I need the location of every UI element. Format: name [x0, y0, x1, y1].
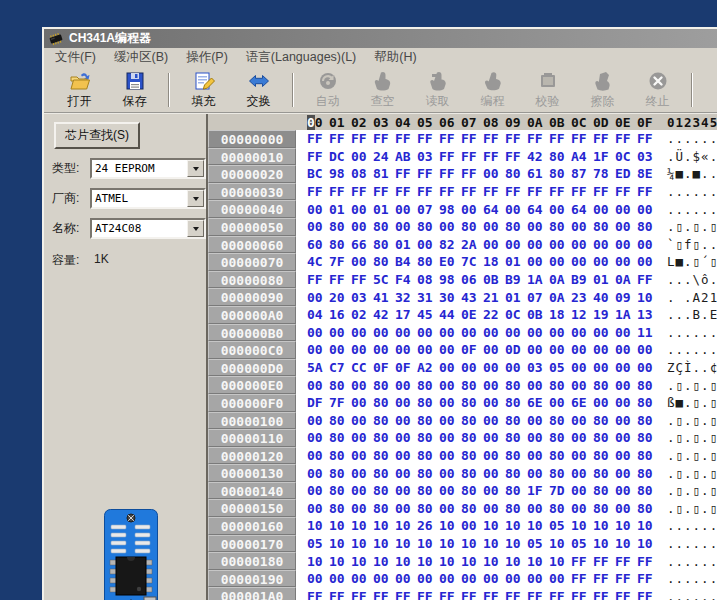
hex-byte-cell[interactable]: 00 [571, 448, 593, 463]
hex-byte-cell[interactable]: 00 [615, 413, 637, 428]
hex-byte-cell[interactable]: 10 [373, 518, 395, 533]
hex-byte-cell[interactable]: 00 [395, 430, 417, 445]
hex-byte-cell[interactable]: 64 [527, 202, 549, 217]
hex-byte-cell[interactable]: 00 [351, 378, 373, 393]
hex-byte-cell[interactable]: 00 [637, 237, 659, 252]
hex-byte-cell[interactable]: A4 [571, 149, 593, 164]
hex-byte-cell[interactable]: FF [351, 131, 373, 146]
hex-byte-cell[interactable]: FF [593, 589, 615, 600]
hex-byte-cell[interactable]: 81 [373, 166, 395, 181]
hex-byte-cell[interactable]: 80 [549, 149, 571, 164]
hex-byte-cell[interactable]: FF [593, 554, 615, 569]
hex-byte-cell[interactable]: 00 [615, 325, 637, 340]
hex-byte-cell[interactable]: 80 [417, 395, 439, 410]
hex-byte-cell[interactable]: 80 [417, 466, 439, 481]
hex-byte-cell[interactable]: 00 [417, 325, 439, 340]
hex-byte-cell[interactable]: FF [307, 184, 329, 199]
hex-byte-cell[interactable]: 0F [373, 360, 395, 375]
hex-byte-cell[interactable]: 80 [417, 448, 439, 463]
hex-byte-cell[interactable]: FF [637, 589, 659, 600]
hex-byte-cell[interactable]: FF [329, 589, 351, 600]
hex-byte-cell[interactable]: 80 [373, 237, 395, 252]
hex-byte-cell[interactable]: 44 [439, 307, 461, 322]
hex-byte-cell[interactable]: FF [549, 184, 571, 199]
hex-byte-cell[interactable]: 10 [373, 536, 395, 551]
hex-byte-cell[interactable]: 00 [351, 501, 373, 516]
hex-byte-cell[interactable]: 80 [593, 483, 615, 498]
hex-byte-cell[interactable]: 80 [417, 501, 439, 516]
hex-byte-cell[interactable]: 00 [571, 378, 593, 393]
hex-byte-cell[interactable]: 13 [637, 307, 659, 322]
hex-byte-cell[interactable]: FF [637, 131, 659, 146]
hex-byte-cell[interactable]: FF [417, 184, 439, 199]
hex-byte-cell[interactable]: 00 [615, 237, 637, 252]
hex-byte-cell[interactable]: FF [527, 589, 549, 600]
hex-byte-cell[interactable]: FF [505, 131, 527, 146]
hex-byte-cell[interactable]: 80 [373, 378, 395, 393]
hex-byte-cell[interactable]: 10 [505, 554, 527, 569]
hex-byte-cell[interactable]: FF [505, 184, 527, 199]
hex-byte-cell[interactable]: 16 [329, 307, 351, 322]
hex-byte-cell[interactable]: 00 [505, 202, 527, 217]
toolbar-button-erase[interactable]: 擦除 [575, 69, 630, 111]
hex-byte-cell[interactable]: 00 [527, 378, 549, 393]
hex-byte-cell[interactable]: 80 [329, 413, 351, 428]
hex-byte-cell[interactable]: 00 [483, 413, 505, 428]
hex-byte-cell[interactable]: 80 [549, 166, 571, 181]
hex-byte-cell[interactable]: 80 [417, 483, 439, 498]
hex-byte-cell[interactable]: 00 [571, 430, 593, 445]
hex-byte-cell[interactable]: 41 [373, 290, 395, 305]
hex-byte-cell[interactable]: FF [483, 149, 505, 164]
hex-byte-cell[interactable]: FF [439, 184, 461, 199]
hex-byte-cell[interactable]: FF [637, 571, 659, 586]
hex-byte-cell[interactable]: 98 [439, 272, 461, 287]
hex-byte-cell[interactable]: A2 [417, 360, 439, 375]
hex-byte-cell[interactable]: 00 [395, 571, 417, 586]
toolbar-button-blank-check[interactable]: 查空 [355, 69, 410, 111]
hex-byte-cell[interactable]: 80 [329, 378, 351, 393]
hex-byte-cell[interactable]: FF [571, 131, 593, 146]
hex-byte-cell[interactable]: 10 [439, 554, 461, 569]
menu-item-help[interactable]: 帮助(H) [365, 49, 425, 66]
dropdown-arrow-icon[interactable] [187, 160, 204, 177]
hex-byte-cell[interactable]: 80 [505, 166, 527, 181]
hex-byte-cell[interactable]: 87 [571, 166, 593, 181]
hex-byte-cell[interactable]: FF [593, 131, 615, 146]
hex-byte-cell[interactable]: 00 [549, 202, 571, 217]
ascii-cell[interactable]: ß■.▯.▯ [667, 395, 717, 410]
hex-byte-cell[interactable]: 80 [637, 413, 659, 428]
hex-byte-cell[interactable]: 00 [351, 219, 373, 234]
hex-byte-cell[interactable]: B9 [571, 272, 593, 287]
hex-byte-cell[interactable]: 00 [307, 342, 329, 357]
hex-byte-cell[interactable]: 05 [549, 360, 571, 375]
hex-byte-cell[interactable]: 00 [351, 483, 373, 498]
hex-byte-cell[interactable]: 10 [615, 536, 637, 551]
hex-byte-cell[interactable]: 80 [461, 430, 483, 445]
ascii-cell[interactable]: .▯.▯.▯ [667, 413, 717, 428]
toolbar-button-read[interactable]: 读取 [410, 69, 465, 111]
hex-byte-cell[interactable]: 80 [461, 378, 483, 393]
hex-byte-cell[interactable]: 03 [417, 149, 439, 164]
hex-byte-cell[interactable]: 80 [637, 448, 659, 463]
hex-byte-cell[interactable]: 05 [527, 536, 549, 551]
hex-byte-cell[interactable]: 80 [505, 378, 527, 393]
hex-byte-cell[interactable]: 00 [351, 202, 373, 217]
hex-byte-cell[interactable]: 00 [351, 325, 373, 340]
ascii-cell[interactable]: ZÇÌ..¢ [667, 360, 717, 375]
hex-byte-cell[interactable]: 80 [461, 466, 483, 481]
hex-byte-cell[interactable]: 00 [351, 395, 373, 410]
dropdown-arrow-icon[interactable] [187, 190, 204, 207]
hex-byte-cell[interactable]: 80 [549, 413, 571, 428]
hex-byte-cell[interactable]: 80 [461, 483, 483, 498]
hex-byte-cell[interactable]: 00 [351, 466, 373, 481]
hex-byte-cell[interactable]: B9 [505, 272, 527, 287]
hex-byte-cell[interactable]: 22 [483, 307, 505, 322]
hex-byte-cell[interactable]: 00 [351, 342, 373, 357]
toolbar-button-auto[interactable]: 自动 [300, 69, 355, 111]
hex-byte-cell[interactable]: 5A [307, 360, 329, 375]
hex-byte-cell[interactable]: 00 [307, 325, 329, 340]
hex-byte-cell[interactable]: 80 [373, 430, 395, 445]
hex-byte-cell[interactable]: 00 [615, 430, 637, 445]
toolbar-button-stop[interactable]: 终止 [630, 69, 685, 111]
hex-byte-cell[interactable]: 00 [439, 483, 461, 498]
